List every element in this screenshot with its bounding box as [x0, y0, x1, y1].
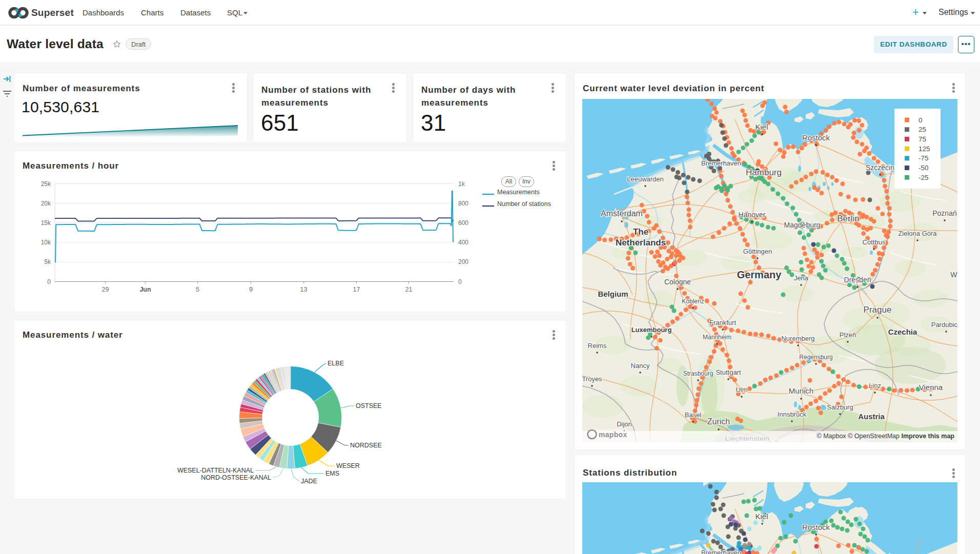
svg-text:Netherlands: Netherlands: [616, 238, 666, 248]
svg-text:5: 5: [196, 286, 199, 293]
svg-text:ELBE: ELBE: [328, 360, 344, 367]
svg-text:-75: -75: [918, 154, 929, 162]
svg-text:Linz: Linz: [869, 382, 881, 389]
svg-text:Regensburg: Regensburg: [799, 354, 832, 361]
svg-text:25k: 25k: [41, 180, 51, 188]
svg-text:Austria: Austria: [858, 412, 885, 421]
svg-text:Dijon: Dijon: [617, 420, 632, 428]
svg-text:Plzeň: Plzeň: [840, 331, 856, 339]
svg-text:Jun: Jun: [139, 286, 151, 293]
svg-text:Zielona Góra: Zielona Góra: [898, 230, 937, 237]
svg-text:1k: 1k: [458, 180, 465, 188]
svg-text:17: 17: [353, 286, 360, 293]
svg-text:5k: 5k: [44, 258, 51, 265]
svg-text:WESEL-DATTELN-KANAL: WESEL-DATTELN-KANAL: [177, 467, 254, 474]
svg-text:15k: 15k: [41, 219, 51, 227]
svg-text:20k: 20k: [41, 200, 51, 207]
svg-text:29: 29: [102, 286, 109, 293]
svg-text:25: 25: [918, 126, 926, 133]
svg-text:Troyes: Troyes: [582, 375, 602, 383]
svg-text:200: 200: [458, 258, 468, 265]
svg-text:-25: -25: [918, 174, 929, 181]
svg-text:Nuremberg: Nuremberg: [781, 335, 814, 342]
svg-text:800: 800: [458, 200, 468, 207]
svg-text:Vienna: Vienna: [919, 383, 943, 392]
svg-text:Pardubice: Pardubice: [931, 321, 957, 329]
svg-text:Zurich: Zurich: [707, 417, 730, 426]
svg-text:Bremerhaven: Bremerhaven: [701, 159, 741, 167]
svg-text:0: 0: [458, 278, 462, 285]
svg-text:mapbox: mapbox: [599, 430, 627, 439]
svg-text:Rostock: Rostock: [802, 133, 830, 142]
svg-text:© Mapbox © OpenStreetMap Impro: © Mapbox © OpenStreetMap Improve this ma…: [816, 433, 954, 440]
svg-text:Hanover: Hanover: [739, 211, 766, 219]
svg-text:Berlin: Berlin: [837, 214, 859, 223]
svg-text:Salzburg: Salzburg: [827, 403, 853, 411]
svg-text:Prague: Prague: [864, 305, 892, 315]
svg-text:Dresden: Dresden: [844, 276, 871, 284]
svg-text:13: 13: [300, 286, 308, 293]
svg-text:Frankfurt: Frankfurt: [709, 319, 736, 326]
svg-text:Magdeburg: Magdeburg: [784, 221, 821, 229]
svg-text:-50: -50: [918, 164, 929, 172]
svg-text:400: 400: [458, 239, 468, 246]
svg-text:0: 0: [47, 278, 51, 285]
svg-text:Stuttgart: Stuttgart: [716, 368, 741, 376]
svg-text:Poznań: Poznań: [932, 209, 956, 217]
svg-text:WESER: WESER: [336, 462, 360, 469]
svg-text:75: 75: [918, 135, 926, 143]
svg-text:0: 0: [918, 116, 923, 124]
svg-text:Göttingen: Göttingen: [743, 248, 772, 255]
svg-text:Luxembourg: Luxembourg: [631, 326, 672, 334]
svg-text:Munich: Munich: [789, 386, 813, 395]
svg-text:JADE: JADE: [301, 478, 317, 485]
svg-text:Mannheim: Mannheim: [703, 334, 731, 341]
svg-text:Amsterdam: Amsterdam: [601, 209, 643, 218]
svg-text:NORDSEE: NORDSEE: [350, 442, 382, 449]
svg-text:Bremerhaven: Bremerhaven: [701, 549, 741, 554]
svg-text:Ulm: Ulm: [736, 386, 747, 394]
svg-text:EMS: EMS: [325, 470, 339, 477]
svg-text:NORD-OSTSEE-KANAL: NORD-OSTSEE-KANAL: [201, 474, 271, 481]
svg-text:OSTSEE: OSTSEE: [356, 402, 382, 409]
svg-text:Reims: Reims: [588, 342, 607, 350]
svg-text:Leeuwarden: Leeuwarden: [627, 175, 664, 183]
svg-text:Jena: Jena: [794, 274, 809, 282]
svg-text:Szczecin: Szczecin: [866, 163, 894, 172]
svg-text:The: The: [633, 227, 648, 237]
svg-text:Cottbus: Cottbus: [863, 238, 886, 246]
svg-text:Hamburg: Hamburg: [746, 168, 782, 177]
svg-text:Nancy: Nancy: [631, 362, 650, 370]
svg-text:Czechia: Czechia: [888, 327, 917, 336]
svg-text:Kiel: Kiel: [755, 122, 768, 131]
svg-text:Koblenz: Koblenz: [682, 298, 704, 305]
svg-text:125: 125: [918, 145, 930, 153]
svg-text:9: 9: [249, 286, 253, 293]
svg-text:Germany: Germany: [737, 269, 782, 280]
svg-text:Rostock: Rostock: [802, 523, 830, 531]
svg-text:Cologne: Cologne: [664, 278, 691, 286]
svg-text:600: 600: [458, 219, 468, 227]
svg-text:21: 21: [405, 286, 413, 293]
svg-text:Basel: Basel: [685, 411, 702, 419]
svg-text:10k: 10k: [41, 239, 51, 246]
svg-text:Wrocław: Wrocław: [950, 271, 957, 279]
svg-text:Kiel: Kiel: [755, 512, 768, 521]
svg-text:Innsbruck: Innsbruck: [778, 411, 807, 418]
svg-text:Belgium: Belgium: [598, 290, 628, 298]
svg-text:Strasbourg: Strasbourg: [683, 370, 713, 377]
